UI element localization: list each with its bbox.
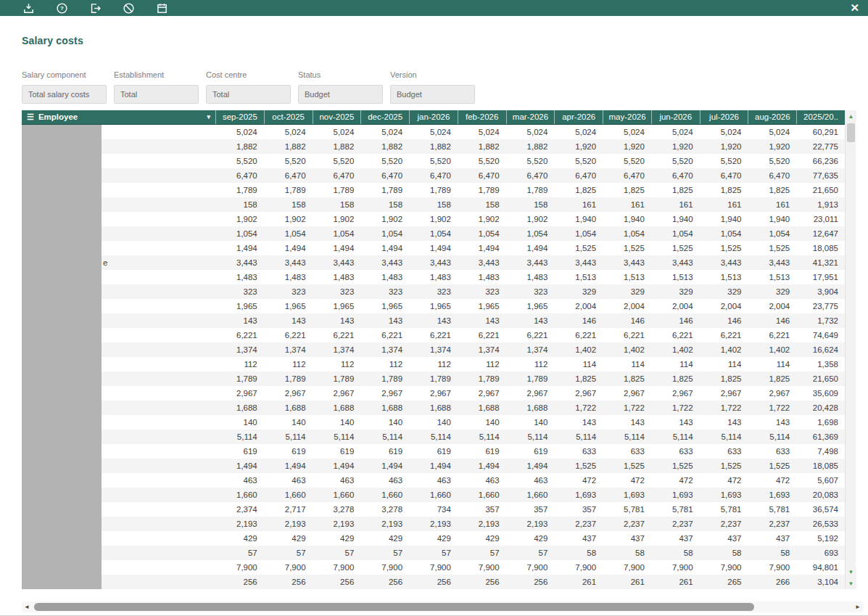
column-header[interactable]: aug-2026 xyxy=(748,110,796,124)
horizontal-scrollbar[interactable]: ◄ ► xyxy=(22,601,863,612)
value-cell: 256 xyxy=(506,575,555,589)
value-cell: 140 xyxy=(360,415,409,430)
table-row: 1581581581581581581581611611611611611,91… xyxy=(22,197,845,212)
scroll-down-arrow-secondary[interactable]: ▼ xyxy=(846,566,856,578)
value-cell: 158 xyxy=(215,197,264,212)
value-cell: 1,483 xyxy=(264,270,313,284)
value-cell: 1,525 xyxy=(748,241,796,255)
menu-icon[interactable]: ☰ xyxy=(27,110,34,124)
value-cell: 256 xyxy=(313,575,361,589)
chevron-down-icon[interactable]: ▾ xyxy=(207,110,210,124)
scroll-right-arrow[interactable]: ► xyxy=(853,601,863,612)
value-cell: 57 xyxy=(313,546,361,560)
horizontal-scroll-thumb[interactable] xyxy=(34,603,754,611)
column-header[interactable]: may-2026 xyxy=(603,110,651,124)
value-cell: 146 xyxy=(603,313,651,328)
value-cell: 23,011 xyxy=(796,212,845,226)
value-cell: 1,920 xyxy=(554,139,603,154)
value-cell: 633 xyxy=(554,444,603,459)
value-cell: 112 xyxy=(458,357,506,371)
column-header[interactable]: jul-2026 xyxy=(700,110,748,124)
value-cell: 7,900 xyxy=(506,560,555,575)
column-header[interactable]: mar-2026 xyxy=(506,110,555,124)
save-icon[interactable] xyxy=(22,1,35,15)
salary-table: ☰ Employee ▾ sep-2025oct-2025nov-2025dec… xyxy=(22,110,856,589)
value-cell: 7,900 xyxy=(264,560,313,575)
column-header[interactable]: dec-2025 xyxy=(360,110,409,124)
value-cell: 1,825 xyxy=(700,371,748,386)
value-cell: 3,278 xyxy=(360,502,409,517)
export-icon[interactable] xyxy=(88,1,102,15)
filter-salary-component: Salary component Total salary costs xyxy=(22,70,107,104)
value-cell: 140 xyxy=(264,415,313,430)
column-header[interactable]: nov-2025 xyxy=(313,110,361,124)
value-cell: 6,470 xyxy=(651,168,700,183)
value-cell: 1,789 xyxy=(360,183,409,197)
value-cell: 6,221 xyxy=(506,328,555,342)
value-cell: 261 xyxy=(554,575,603,589)
column-header[interactable]: 2025/20.. xyxy=(796,110,845,124)
value-cell: 6,221 xyxy=(409,328,458,342)
value-cell: 1,789 xyxy=(215,183,264,197)
value-cell: 12,647 xyxy=(796,226,845,241)
help-icon[interactable]: ? xyxy=(55,1,68,15)
column-header[interactable]: jan-2026 xyxy=(409,110,458,124)
value-cell: 1,494 xyxy=(264,459,313,473)
value-cell: 2,967 xyxy=(215,386,264,401)
vertical-scroll-thumb[interactable] xyxy=(847,123,855,142)
export-icon-svg xyxy=(89,2,102,15)
value-cell: 94,801 xyxy=(796,560,845,575)
value-cell: 437 xyxy=(748,531,796,546)
value-cell: 1,494 xyxy=(409,241,458,255)
value-cell: 146 xyxy=(554,313,603,328)
scroll-left-arrow[interactable]: ◄ xyxy=(22,601,32,612)
table-row: 1,6881,6881,6881,6881,6881,6881,6881,722… xyxy=(22,401,845,415)
value-cell: 1,402 xyxy=(651,342,700,357)
column-header[interactable]: jun-2026 xyxy=(651,110,700,124)
value-cell: 619 xyxy=(215,444,264,459)
value-cell: 323 xyxy=(215,284,264,299)
filter-version: Version Budget xyxy=(390,70,475,104)
value-cell: 1,789 xyxy=(313,183,361,197)
value-cell: 1,525 xyxy=(603,241,651,255)
value-cell: 633 xyxy=(603,444,651,459)
establishment-dropdown[interactable]: Total xyxy=(114,85,199,104)
cost-centre-dropdown[interactable]: Total xyxy=(206,85,291,104)
close-button[interactable]: ✕ xyxy=(850,0,859,16)
value-cell: 1,825 xyxy=(748,183,796,197)
value-cell: 112 xyxy=(409,357,458,371)
value-cell: 323 xyxy=(506,284,555,299)
value-cell: 1,693 xyxy=(554,488,603,502)
value-cell: 2,967 xyxy=(458,386,506,401)
scroll-up-arrow[interactable]: ▲ xyxy=(846,110,856,122)
employee-column-header[interactable]: ☰ Employee ▾ xyxy=(22,110,215,124)
version-dropdown[interactable]: Budget xyxy=(390,85,475,104)
value-cell: 1,688 xyxy=(264,401,313,415)
value-cell: 58 xyxy=(651,546,700,560)
value-cell: 6,470 xyxy=(313,168,361,183)
table-row: 1121121121121121121121141141141141141,35… xyxy=(22,357,845,371)
value-cell: 1,660 xyxy=(313,488,361,502)
column-header[interactable]: oct-2025 xyxy=(264,110,313,124)
column-header[interactable]: apr-2026 xyxy=(554,110,603,124)
value-cell: 1,940 xyxy=(603,212,651,226)
value-cell: 1,525 xyxy=(748,459,796,473)
table-row: 5,5205,5205,5205,5205,5205,5205,5205,520… xyxy=(22,154,845,168)
salary-component-dropdown[interactable]: Total salary costs xyxy=(22,85,107,104)
value-cell: 18,085 xyxy=(796,241,845,255)
vertical-scrollbar[interactable]: ▲ ▼ ▼ xyxy=(845,110,856,589)
column-header[interactable]: feb-2026 xyxy=(458,110,506,124)
scroll-down-arrow[interactable]: ▼ xyxy=(846,578,856,589)
calendar-icon[interactable] xyxy=(155,1,168,15)
value-cell: 35,609 xyxy=(796,386,845,401)
value-cell: 5,024 xyxy=(264,125,313,139)
value-cell: 57 xyxy=(215,546,264,560)
column-header[interactable]: sep-2025 xyxy=(215,110,264,124)
cancel-icon[interactable] xyxy=(122,1,135,15)
filter-label: Version xyxy=(390,70,475,79)
value-cell: 6,470 xyxy=(409,168,458,183)
table-row: 5,0245,0245,0245,0245,0245,0245,0245,024… xyxy=(22,125,845,139)
value-cell: 2,193 xyxy=(506,517,555,531)
status-dropdown[interactable]: Budget xyxy=(298,85,383,104)
value-cell: 6,221 xyxy=(651,328,700,342)
